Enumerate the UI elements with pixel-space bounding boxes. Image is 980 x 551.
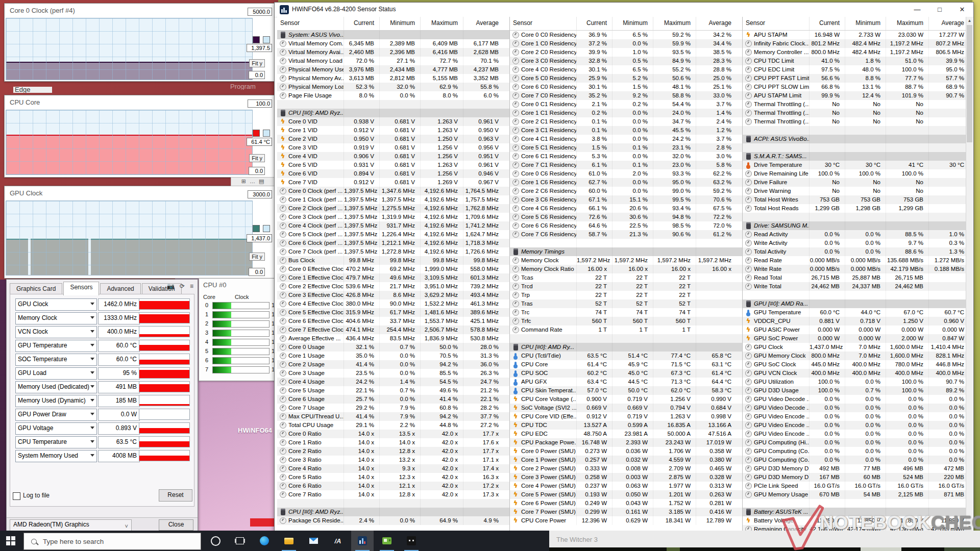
sensor-row[interactable]: Core 1 C0 Residency37.2 %0.0 %59.9 %34.4…	[510, 39, 742, 48]
sensor-row[interactable]: Infinity Fabric Clock...801.2 MHz482.4 M…	[743, 39, 966, 48]
sensor-row[interactable]: GPU SoC Clock445.0 MHz400.0 MHz780.0 MHz…	[743, 360, 966, 369]
sensor-row[interactable]: PCIe Link Speed16.0 GT/s16.0 GT/s16.0 GT…	[743, 482, 966, 490]
section-header-row[interactable]: Drive: SAMSUNG M...	[743, 221, 966, 230]
maximize-button[interactable]: □	[928, 3, 951, 17]
sensor-row[interactable]: ϟCore 6 Power (SMU)0.249 W0.043 W1.752 W…	[510, 499, 742, 508]
sensor-row[interactable]: GPU Computing (Co...0.0 %0.0 %0.0 %0.0 %	[743, 447, 966, 456]
camera-icon[interactable]: 📷	[167, 283, 175, 290]
column-header-average[interactable]: Average	[696, 17, 737, 30]
sensor-select[interactable]: GPU Temperature	[15, 340, 97, 352]
sensor-row[interactable]: Core 3 Ratio14.0 x13.2 x42.0 x17.1 x	[277, 456, 509, 464]
sensor-row[interactable]: Read Rate0.000 MB/s0.000 MB/s135.688 MB/…	[743, 256, 966, 265]
sensor-row[interactable]: ϟCore 6 VID0.894 V0.681 V1.256 V0.946 V	[277, 169, 509, 178]
sensor-row[interactable]: Core 5 Clock (perf ...1,397.5 MHz1,226.4…	[277, 230, 509, 239]
sensor-row[interactable]: ϟCPU Core VID (Effe...0.912 V0.719 V1.26…	[510, 412, 742, 421]
sensor-row[interactable]: Virtual Memory Avai...2,460 MB2,396 MB6,…	[277, 48, 509, 57]
sensor-row[interactable]: Max CPU/Thread U...41.4 %7.9 %94.2 %37.7…	[277, 412, 509, 421]
sensor-row[interactable]: ϟVDDCR_CPU0.881 V0.718 V1.250 V0.960 V	[743, 317, 966, 325]
file-explorer-icon[interactable]	[278, 531, 300, 551]
column-header-minimum[interactable]: Minimum	[379, 17, 420, 30]
sensor-row[interactable]: Core 4 Usage24.2 %1.4 %54.5 %24.7 %	[277, 378, 509, 386]
gpu-z-icon[interactable]	[376, 531, 398, 551]
sensor-row[interactable]: Total Host Reads1,299 GB1,298 GB1,299 GB	[743, 204, 966, 213]
sensor-row[interactable]: GPU Computing (Hi...0.0 %0.0 %0.0 %0.0 %	[743, 438, 966, 447]
sensor-select[interactable]: Memory Clock	[15, 312, 97, 324]
sensor-row[interactable]: ϟCore 2 VID0.950 V0.681 V1.250 V0.963 V	[277, 135, 509, 143]
sensor-row[interactable]: Trfc560 T560 T560 T	[510, 317, 742, 325]
sensor-row[interactable]: Thermal Throttling (...NoNoNo	[743, 109, 966, 117]
sensor-row[interactable]: GPU Temperature60.0 °C44.0 °C67.0 °C60.7…	[743, 308, 966, 317]
sensor-row[interactable]: Core 0 C0 Residency36.9 %6.5 %59.2 %34.2…	[510, 31, 742, 39]
edge-icon[interactable]	[253, 531, 276, 551]
sensor-row[interactable]: GPU D3D Memory D...492 MB77 MB496 MB472 …	[743, 464, 966, 473]
sensor-row[interactable]: Core 6 Effective Clock404.6 MHz33.7 MHz1…	[277, 317, 509, 325]
vertical-scrollbar[interactable]: ▲ ▼	[966, 17, 973, 531]
graph-toolbar-fragment[interactable]: ⊞ … ▤	[231, 177, 276, 186]
sensor-row[interactable]: Core 5 Effective Clock315.9 MHz61.7 MHz1…	[277, 308, 509, 317]
column-header-average[interactable]: Average	[463, 17, 504, 30]
sensor-row[interactable]: Core 6 C6 Residency64.6 %22.5 %98.5 %72.…	[510, 221, 742, 230]
sensor-row[interactable]: Memory Controller ...800.0 MHz482.4 MHz1…	[743, 48, 966, 57]
sensor-row[interactable]: CPU EDC Limit97.5 %48.0 %100.0 %95.0 %	[743, 65, 966, 74]
sensor-row[interactable]: CPU Core61.4 °C45.9 °C71.5 °C63.1 °C	[510, 360, 742, 369]
cortana-icon[interactable]	[204, 531, 227, 551]
column-header-minimum[interactable]: Minimum	[845, 17, 886, 30]
menu-icon[interactable]: ≡	[190, 283, 193, 290]
sensor-row[interactable]: Tcas22 T22 T22 T	[510, 273, 742, 282]
sensor-row[interactable]: Core 3 Effective Clock426.8 MHz8.6 MHz3,…	[277, 291, 509, 299]
sensor-row[interactable]: Drive WarningNoNoNo	[743, 187, 966, 195]
sensor-row[interactable]: Core 6 C1 Residency5.3 %0.0 %32.0 %3.0 %	[510, 152, 742, 161]
fit-y-button[interactable]: Fit y	[249, 59, 265, 67]
sensor-row[interactable]: Core 0 Effective Clock470.2 MHz69.2 MHz1…	[277, 265, 509, 273]
section-header-row[interactable]: S.M.A.R.T.: SAMS...	[743, 152, 966, 161]
sensor-row[interactable]: ϟGPU SoC Power0.000 W0.000 W2.000 W0.847…	[743, 334, 966, 343]
sensor-row[interactable]: Core 5 C0 Residency25.9 %5.2 %50.6 %25.0…	[510, 74, 742, 83]
sensor-row[interactable]: Drive Remaining Life100.0 %100.0 %100.0 …	[743, 169, 966, 178]
column-header-sensor[interactable]: Sensor	[743, 17, 809, 30]
sensor-row[interactable]: Core 3 C6 Residency67.1 %15.1 %99.5 %70.…	[510, 195, 742, 204]
sensor-row[interactable]: Core 2 C6 Residency60.0 %0.0 %99.0 %59.2…	[510, 187, 742, 195]
slash-a-app-icon[interactable]: /A	[327, 531, 349, 551]
sensor-row[interactable]: Core 7 C0 Residency35.2 %9.2 %58.8 %33.0…	[510, 91, 742, 100]
sensor-row[interactable]: Command Rate1 T1 T1 T	[510, 325, 742, 334]
sensor-row[interactable]: ϟGPU ASIC Power0.000 W0.000 W0.000 W0.00…	[743, 325, 966, 334]
sensor-row[interactable]: Core 2 Ratio14.0 x12.8 x42.0 x17.7 x	[277, 447, 509, 456]
sensor-row[interactable]: Core 1 Effective Clock479.7 MHz49.6 MHz3…	[277, 273, 509, 282]
column-header-maximum[interactable]: Maximum	[886, 17, 928, 30]
sensor-row[interactable]: ϟCore 4 Power (SMU)0.237 W0.063 W1.977 W…	[510, 482, 742, 490]
sensor-row[interactable]: Core 4 C1 Residency3.8 %0.0 %24.2 %3.7 %	[510, 135, 742, 143]
sensor-row[interactable]: CPU Skin Temperat...57.0 °C50.0 °C62.0 °…	[510, 386, 742, 395]
sensor-row[interactable]: Memory Clock1,597.2 MHz1,597.2 MHz1,597.…	[510, 256, 742, 265]
column-header-sensor[interactable]: Sensor	[510, 17, 576, 30]
section-header-row[interactable]: System: ASUS Vivo...	[277, 31, 509, 39]
sensor-row[interactable]: Total Activity0.0 %0.0 %88.6 %1.3 %	[743, 247, 966, 256]
sensor-row[interactable]: CPU SOC60.2 °C45.0 °C67.3 °C61.4 °C	[510, 369, 742, 378]
sensor-select[interactable]: CPU Temperature	[15, 436, 97, 448]
sensor-row[interactable]: Write Activity0.0 %0.0 %9.7 %0.3 %	[743, 239, 966, 247]
sensor-row[interactable]: Thermal Throttling (...NoNoNo	[743, 100, 966, 109]
sensor-row[interactable]: CPU PPT FAST Limit56.6 %8.8 %77.7 %57.7 …	[743, 74, 966, 83]
sensor-row[interactable]: Physical Memory Used3,976 MB2,434 MB4,77…	[277, 65, 509, 74]
sensor-row[interactable]: Core 4 C6 Residency66.1 %20.6 %93.4 %67.…	[510, 204, 742, 213]
sensor-row[interactable]: Core 1 C1 Residency0.2 %0.0 %24.0 %1.4 %	[510, 109, 742, 117]
sensor-row[interactable]: ϟCore 5 Power (SMU)0.193 W0.050 W1.201 W…	[510, 490, 742, 499]
sensor-row[interactable]: Core 0 C6 Residency61.0 %2.0 %93.3 %62.2…	[510, 169, 742, 178]
title-bar[interactable]: HWiNFO64 v6.28-4200 Sensor Status — □ ✕	[275, 3, 973, 17]
reset-button[interactable]: Reset	[159, 489, 192, 502]
sensor-row[interactable]: Average Effective ...436.4 MHz83.5 MHz1,…	[277, 334, 509, 343]
sensor-row[interactable]: Core 5 C6 Residency72.6 %30.6 %94.8 %72.…	[510, 213, 742, 221]
sensor-row[interactable]: GPU Video Encode ...0.0 %0.0 %0.0 %0.0 %	[743, 430, 966, 438]
sensor-row[interactable]: Bus Clock99.8 MHz99.8 MHz99.8 MHz99.8 MH…	[277, 256, 509, 265]
sensor-row[interactable]: Core 0 C1 Residency2.1 %0.2 %54.4 %3.7 %	[510, 100, 742, 109]
sensor-row[interactable]: ϟCore 1 Power (SMU)0.257 W0.032 W4.559 W…	[510, 456, 742, 464]
sensor-row[interactable]: Core 6 C0 Residency30.1 %1.5 %48.1 %25.1…	[510, 83, 742, 91]
sensor-row[interactable]: ϟCore 2 Power (SMU)0.333 W0.008 W2.709 W…	[510, 464, 742, 473]
log-to-file-checkbox[interactable]	[13, 492, 20, 500]
sensor-row[interactable]: Physical Memory Av...3,613 MB2,812 MB5,1…	[277, 74, 509, 83]
scroll-up-icon[interactable]: ▲	[966, 17, 973, 24]
sensor-row[interactable]: Core 2 Clock (perf ...1,397.5 MHz1,275.5…	[277, 204, 509, 213]
sensor-row[interactable]: Core 1 Clock (perf ...1,397.5 MHz1,397.5…	[277, 195, 509, 204]
sensor-row[interactable]: ϟCPU TDC13.527 A0.599 A16.835 A13.166 A	[510, 421, 742, 430]
sensor-row[interactable]: Physical Memory Load52.3 %32.0 %62.9 %55…	[277, 83, 509, 91]
sensor-row[interactable]: Core 7 Clock (perf ...1,397.5 MHz1,272.8…	[277, 247, 509, 256]
